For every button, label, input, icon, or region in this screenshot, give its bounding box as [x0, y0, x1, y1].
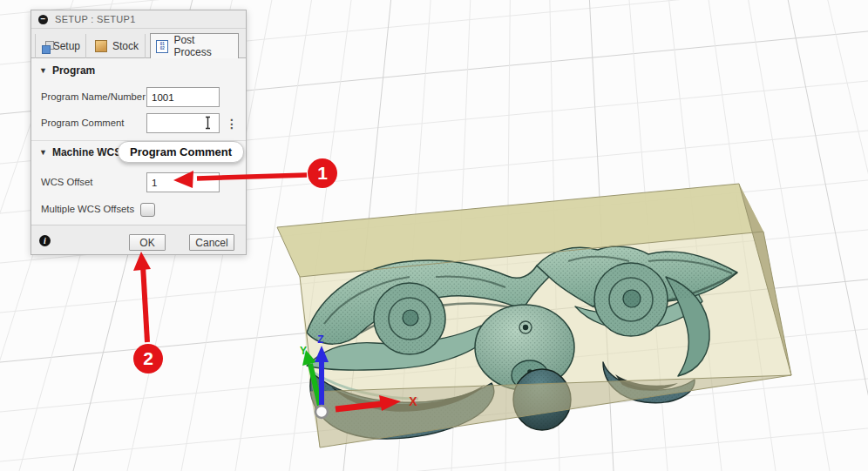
stock-box-icon [95, 40, 107, 52]
wcs-offset-label: WCS Offset [41, 172, 146, 192]
program-name-input[interactable] [146, 87, 220, 107]
tab-post-process[interactable]: 0102 Post Process [150, 33, 239, 58]
machine-wcs-section-header[interactable]: ▼ Machine WCS [39, 146, 121, 158]
z-axis-label: Z [317, 333, 323, 346]
y-axis-label: Y [300, 345, 307, 357]
program-section-header[interactable]: ▼ Program [39, 64, 95, 77]
dialog-footer: i OK Cancel [31, 225, 246, 254]
x-axis-label: X [409, 394, 417, 408]
collapse-triangle-icon[interactable]: ▼ [39, 66, 47, 75]
wcs-origin-handle[interactable] [315, 406, 328, 418]
text-cursor-icon [204, 116, 212, 131]
program-comment-tooltip: Program Comment [118, 141, 244, 163]
tab-label: Post Process [173, 34, 233, 58]
application-window: Y Z X − SETUP : SETUP1 Setup Stock 0 [0, 0, 868, 471]
tab-stock[interactable]: Stock [90, 34, 146, 58]
dialog-tabbar: Setup Stock 0102 Post Process [31, 29, 246, 58]
post-process-icon: 0102 [156, 40, 168, 53]
info-icon[interactable]: i [39, 235, 51, 246]
suppress-icon[interactable]: − [38, 15, 48, 24]
multiple-wcs-label: Multiple WCS Offsets [41, 199, 154, 219]
overflow-menu-icon[interactable]: ⋮ [226, 117, 236, 131]
dialog-title: SETUP : SETUP1 [55, 14, 136, 24]
wcs-offset-input[interactable] [146, 172, 220, 192]
dialog-header[interactable]: − SETUP : SETUP1 [31, 10, 246, 29]
setup-cube-icon [41, 40, 48, 53]
tab-setup[interactable]: Setup [35, 34, 86, 58]
multiple-wcs-checkbox[interactable] [140, 203, 155, 217]
cancel-button[interactable]: Cancel [189, 234, 234, 251]
tab-label: Setup [53, 40, 80, 52]
collapse-triangle-icon[interactable]: ▼ [39, 148, 47, 157]
ok-button[interactable]: OK [129, 234, 166, 251]
program-name-label: Program Name/Number [41, 87, 146, 107]
tab-label: Stock [112, 40, 139, 52]
setup-dialog: − SETUP : SETUP1 Setup Stock 0102 Post P… [31, 10, 247, 255]
program-comment-label: Program Comment [41, 113, 146, 133]
